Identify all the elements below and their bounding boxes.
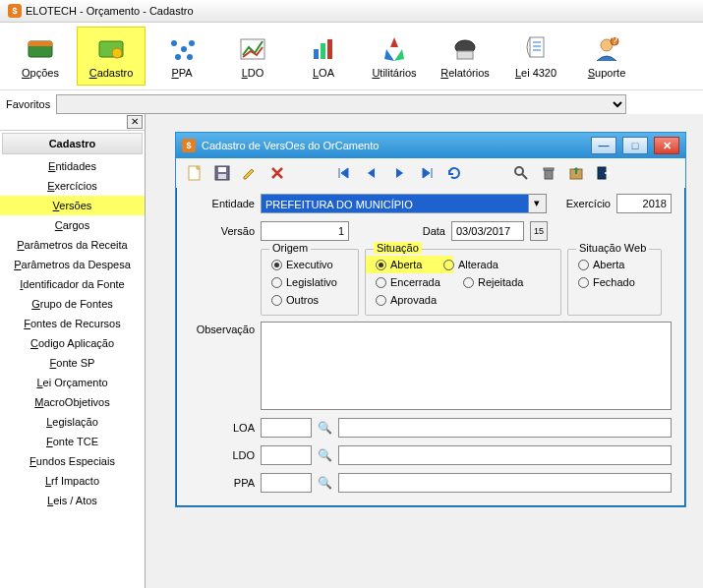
radio-dot-icon	[376, 277, 386, 288]
delete-icon[interactable]	[268, 164, 286, 182]
sidebar-item-fontetce[interactable]: Fonte TCE	[0, 432, 145, 451]
last-icon[interactable]	[418, 164, 436, 182]
search-icon[interactable]	[512, 164, 530, 182]
sidebar-item-parmetrosdareceita[interactable]: Parâmetros da Receita	[0, 235, 145, 255]
sidebar-item-grupodefontes[interactable]: Grupo de Fontes	[0, 294, 145, 314]
radio-dot-icon	[376, 260, 386, 270]
mdi-minimize-button[interactable]: —	[591, 137, 616, 154]
sidebar-item-macroobjetivos[interactable]: MacroObjetivos	[0, 392, 145, 412]
toolbar-relatrios[interactable]: Relatórios	[431, 27, 499, 86]
toolbar-label: Cadastro	[89, 67, 134, 79]
observacao-textarea[interactable]	[261, 322, 672, 410]
calendar-icon[interactable]: 15	[530, 221, 548, 241]
radio-dot-icon	[463, 277, 474, 288]
radio-dot-icon	[271, 277, 282, 288]
radio-label: Encerrada	[390, 276, 440, 288]
toolbar-lei4320[interactable]: Lei 4320	[501, 27, 570, 86]
radio-dot-icon	[443, 260, 454, 270]
sidebar-item-legislao[interactable]: Legislação	[0, 412, 145, 432]
toolbar-label: Opções	[22, 67, 59, 79]
sidebar-item-exerccios[interactable]: Exercícios	[0, 176, 145, 196]
next-icon[interactable]	[390, 164, 408, 182]
entidade-dropdown-button[interactable]: ▾	[529, 194, 547, 213]
toolbar-icon	[379, 33, 410, 65]
sidebar-item-parmetrosdadespesa[interactable]: Parâmetros da Despesa	[0, 255, 145, 274]
toolbar-utilitrios[interactable]: Utilitários	[360, 27, 429, 86]
radio-aberta[interactable]: Aberta	[366, 256, 453, 273]
edit-icon[interactable]	[241, 164, 259, 182]
loa-code-input[interactable]	[261, 418, 312, 438]
data-input[interactable]	[451, 221, 524, 241]
radio-dot-icon	[578, 260, 589, 270]
sidebar-item-lrfimpacto[interactable]: Lrf Impacto	[0, 471, 145, 491]
toolbar-cadastro[interactable]: Cadastro	[77, 27, 146, 86]
sidebar-item-codigoaplicao[interactable]: Codigo Aplicação	[0, 333, 145, 353]
radio-executivo[interactable]: Executivo	[271, 256, 348, 273]
favorites-select[interactable]	[56, 94, 626, 114]
loa-desc-input[interactable]	[338, 418, 672, 438]
ldo-search-icon[interactable]: 🔍	[318, 448, 332, 462]
origem-group-label: Origem	[269, 242, 311, 254]
radio-dot-icon	[271, 260, 282, 270]
svg-rect-14	[457, 51, 473, 59]
sidebar-item-verses[interactable]: Versões	[0, 196, 145, 215]
ppa-code-input[interactable]	[261, 473, 312, 493]
radio-label: Aberta	[390, 259, 422, 270]
mdi-close-button[interactable]: ✕	[654, 137, 679, 154]
exit-icon[interactable]	[595, 164, 613, 182]
toolbar-label: LOA	[313, 67, 334, 79]
loa-search-icon[interactable]: 🔍	[318, 421, 332, 435]
toolbar-ppa[interactable]: PPA	[147, 27, 216, 86]
toolbar-ldo[interactable]: LDO	[218, 27, 287, 86]
exercicio-input[interactable]	[616, 194, 672, 213]
mdi-title-text: Cadastro de VersOes do OrCamento	[202, 140, 379, 151]
radio-aberta[interactable]: Aberta	[578, 256, 651, 273]
app-icon: $	[8, 4, 22, 18]
toolbar-label: Utilitários	[372, 67, 416, 79]
new-icon[interactable]	[186, 164, 204, 182]
radio-label: Outros	[286, 294, 319, 306]
sidebar-item-identificadordafonte[interactable]: Identificador da Fonte	[0, 274, 145, 294]
sidebar: ✕ Cadastro EntidadesExercíciosVersõesCar…	[0, 114, 146, 588]
sidebar-close-button[interactable]: ✕	[127, 115, 143, 129]
svg-point-7	[175, 54, 181, 60]
ldo-desc-input[interactable]	[338, 445, 672, 465]
ppa-desc-input[interactable]	[338, 473, 672, 493]
trash-icon[interactable]	[540, 164, 557, 182]
sidebar-item-cargos[interactable]: Cargos	[0, 215, 145, 235]
radio-legislativo[interactable]: Legislativo	[271, 273, 348, 291]
sidebar-item-fontesderecursos[interactable]: Fontes de Recursos	[0, 314, 145, 333]
mdi-title-bar[interactable]: $ Cadastro de VersOes do OrCamento — □ ✕	[176, 133, 685, 158]
prev-icon[interactable]	[363, 164, 381, 182]
toolbar-opes[interactable]: Opções	[6, 27, 75, 86]
ldo-code-input[interactable]	[261, 445, 312, 465]
sidebar-item-entidades[interactable]: Entidades	[0, 156, 145, 176]
svg-point-8	[187, 54, 193, 60]
toolbar-icon	[95, 33, 127, 65]
mdi-window: $ Cadastro de VersOes do OrCamento — □ ✕	[175, 132, 686, 507]
radio-outros[interactable]: Outros	[271, 291, 348, 309]
toolbar-suporte[interactable]: ?Suporte	[572, 27, 641, 86]
radio-alterada[interactable]: Alterada	[443, 256, 531, 273]
loa-label: LOA	[190, 422, 255, 434]
sidebar-item-fundosespeciais[interactable]: Fundos Especiais	[0, 451, 145, 471]
radio-rejeitada[interactable]: Rejeitada	[463, 273, 551, 291]
entidade-value[interactable]: PREFEITURA DO MUNICÍPIO	[261, 194, 529, 213]
sidebar-item-leioramento[interactable]: Lei Orçamento	[0, 373, 145, 392]
radio-aprovada[interactable]: Aprovada	[376, 291, 463, 309]
versao-input[interactable]	[261, 221, 349, 241]
refresh-icon[interactable]	[445, 164, 463, 182]
radio-fechado[interactable]: Fechado	[578, 273, 651, 291]
first-icon[interactable]	[335, 164, 353, 182]
save-icon[interactable]	[213, 164, 231, 182]
export-icon[interactable]	[567, 164, 585, 182]
radio-encerrada[interactable]: Encerrada	[376, 273, 463, 291]
toolbar-loa[interactable]: LOA	[289, 27, 358, 86]
toolbar-icon	[25, 33, 56, 65]
sidebar-item-fontesp[interactable]: Fonte SP	[0, 353, 145, 373]
sidebar-item-leisatos[interactable]: Leis / Atos	[0, 491, 145, 510]
toolbar-icon: ?	[591, 33, 622, 65]
svg-rect-10	[314, 49, 319, 59]
mdi-maximize-button[interactable]: □	[622, 137, 648, 154]
ppa-search-icon[interactable]: 🔍	[318, 476, 332, 490]
